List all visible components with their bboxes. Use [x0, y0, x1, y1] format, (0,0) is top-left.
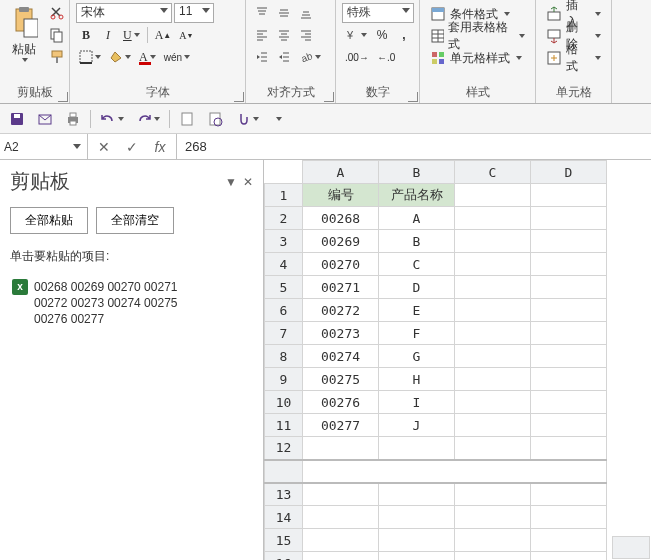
cell-B3[interactable]: B: [379, 230, 455, 253]
row-header-1[interactable]: 1: [265, 184, 303, 207]
decrease-indent-button[interactable]: [252, 47, 272, 67]
cell-B6[interactable]: E: [379, 299, 455, 322]
enter-button[interactable]: ✓: [118, 134, 146, 159]
col-header-D[interactable]: D: [531, 161, 607, 184]
cell-A7[interactable]: 00273: [303, 322, 379, 345]
cell-C5[interactable]: [455, 276, 531, 299]
paste-button[interactable]: 粘贴: [6, 3, 42, 64]
row-header-5[interactable]: 5: [265, 276, 303, 299]
touch-mode-button[interactable]: [232, 109, 262, 129]
cell-D2[interactable]: [531, 207, 607, 230]
cell-C7[interactable]: [455, 322, 531, 345]
increase-decimal-button[interactable]: .00→: [342, 47, 372, 67]
dialog-launcher-clipboard[interactable]: [58, 92, 68, 102]
cell-D1[interactable]: [531, 184, 607, 207]
cell-B13[interactable]: [379, 483, 455, 506]
fx-button[interactable]: fx: [146, 134, 174, 159]
align-bottom-button[interactable]: [296, 3, 316, 23]
cell-D9[interactable]: [531, 368, 607, 391]
cell-C6[interactable]: [455, 299, 531, 322]
copy-button[interactable]: [46, 25, 68, 45]
align-right-button[interactable]: [296, 25, 316, 45]
decrease-font-button[interactable]: A▼: [176, 25, 196, 45]
cell-B10[interactable]: I: [379, 391, 455, 414]
cell-C1[interactable]: [455, 184, 531, 207]
cell-B4[interactable]: C: [379, 253, 455, 276]
cell-C14[interactable]: [455, 506, 531, 529]
cell-A14[interactable]: [303, 506, 379, 529]
phonetic-button[interactable]: wén: [161, 47, 193, 67]
cell-A12[interactable]: [303, 437, 379, 460]
increase-indent-button[interactable]: [274, 47, 294, 67]
comma-button[interactable]: ,: [394, 25, 414, 45]
cell-A16[interactable]: [303, 552, 379, 561]
grid[interactable]: ABCD1编号产品名称200268A300269B400270C500271D6…: [264, 160, 607, 560]
orientation-button[interactable]: ab: [296, 47, 324, 67]
row-header-4[interactable]: 4: [265, 253, 303, 276]
cell-C15[interactable]: [455, 529, 531, 552]
percent-button[interactable]: %: [372, 25, 392, 45]
save-button[interactable]: [6, 109, 28, 129]
cell-D13[interactable]: [531, 483, 607, 506]
cell-A6[interactable]: 00272: [303, 299, 379, 322]
cell-D5[interactable]: [531, 276, 607, 299]
row-header-10[interactable]: 10: [265, 391, 303, 414]
row-header-6[interactable]: 6: [265, 299, 303, 322]
decrease-decimal-button[interactable]: ←.0: [374, 47, 398, 67]
row-header-2[interactable]: 2: [265, 207, 303, 230]
accounting-format-button[interactable]: ¥: [342, 25, 370, 45]
cell-A5[interactable]: 00271: [303, 276, 379, 299]
bold-button[interactable]: B: [76, 25, 96, 45]
cell-D4[interactable]: [531, 253, 607, 276]
quick-print-button[interactable]: [62, 109, 84, 129]
cell-C10[interactable]: [455, 391, 531, 414]
cell-B8[interactable]: G: [379, 345, 455, 368]
cell-A9[interactable]: 00275: [303, 368, 379, 391]
formula-input[interactable]: 268: [177, 134, 651, 159]
cell-A3[interactable]: 00269: [303, 230, 379, 253]
cell-D11[interactable]: [531, 414, 607, 437]
email-button[interactable]: [34, 109, 56, 129]
cell-B15[interactable]: [379, 529, 455, 552]
fill-color-button[interactable]: [106, 47, 134, 67]
undo-button[interactable]: [97, 109, 127, 129]
cell-D12[interactable]: [531, 437, 607, 460]
row-header-14[interactable]: 14: [265, 506, 303, 529]
cell-C12[interactable]: [455, 437, 531, 460]
cell-A11[interactable]: 00277: [303, 414, 379, 437]
customize-qat-button[interactable]: [268, 109, 288, 129]
row-header-3[interactable]: 3: [265, 230, 303, 253]
dialog-launcher-number[interactable]: [408, 92, 418, 102]
number-format-select[interactable]: 特殊: [342, 3, 414, 23]
align-center-button[interactable]: [274, 25, 294, 45]
cell-B11[interactable]: J: [379, 414, 455, 437]
row-header-11[interactable]: 11: [265, 414, 303, 437]
cell-C11[interactable]: [455, 414, 531, 437]
col-header-A[interactable]: A: [303, 161, 379, 184]
cell-D10[interactable]: [531, 391, 607, 414]
cell-A10[interactable]: 00276: [303, 391, 379, 414]
name-box[interactable]: A2: [0, 134, 88, 159]
redo-button[interactable]: [133, 109, 163, 129]
col-header-B[interactable]: B: [379, 161, 455, 184]
cell-B14[interactable]: [379, 506, 455, 529]
row-header-15[interactable]: 15: [265, 529, 303, 552]
close-icon[interactable]: ✕: [243, 175, 253, 189]
underline-button[interactable]: U: [120, 25, 143, 45]
cell-D14[interactable]: [531, 506, 607, 529]
task-pane-options-icon[interactable]: ▼: [225, 175, 237, 189]
row-header-13[interactable]: 13: [265, 483, 303, 506]
font-size-select[interactable]: 11: [174, 3, 214, 23]
cell-C4[interactable]: [455, 253, 531, 276]
align-top-button[interactable]: [252, 3, 272, 23]
cell-A15[interactable]: [303, 529, 379, 552]
cancel-button[interactable]: ✕: [90, 134, 118, 159]
row-header-8[interactable]: 8: [265, 345, 303, 368]
row-header-9[interactable]: 9: [265, 368, 303, 391]
cell-B1[interactable]: 产品名称: [379, 184, 455, 207]
col-header-C[interactable]: C: [455, 161, 531, 184]
font-color-button[interactable]: A: [136, 47, 159, 67]
new-button[interactable]: [176, 109, 198, 129]
row-header-12[interactable]: 12: [265, 437, 303, 460]
format-painter-button[interactable]: [46, 47, 68, 67]
